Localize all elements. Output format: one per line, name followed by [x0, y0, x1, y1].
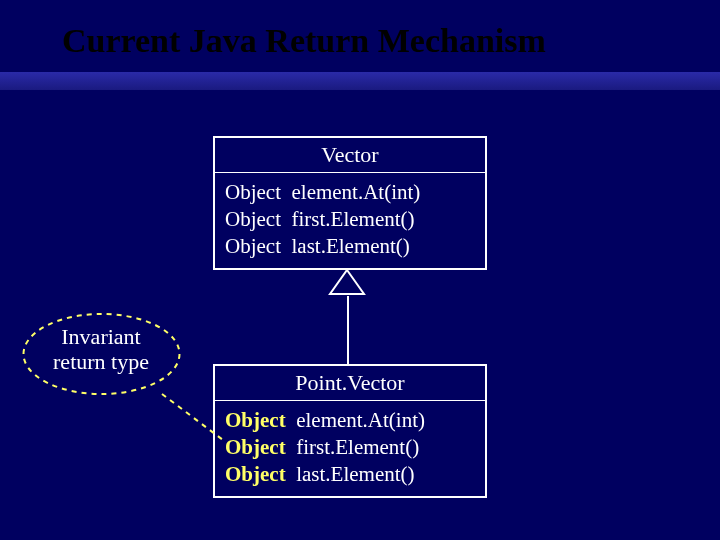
callout-leader-line-icon	[160, 392, 225, 442]
uml-method-row: Object first.Element()	[225, 434, 475, 461]
method-signature: last.Element()	[296, 462, 414, 486]
uml-class-pointvector: Point.Vector Object element.At(int) Obje…	[213, 364, 487, 498]
return-type: Object	[225, 180, 281, 204]
generalization-arrow-line	[347, 296, 349, 364]
return-type: Object	[225, 207, 281, 231]
method-signature: last.Element()	[291, 234, 409, 258]
return-type-highlighted: Object	[225, 462, 286, 486]
uml-class-pointvector-body: Object element.At(int) Object first.Elem…	[215, 401, 485, 496]
method-signature: element.At(int)	[296, 408, 425, 432]
uml-method-row: Object first.Element()	[225, 206, 475, 233]
uml-method-row: Object last.Element()	[225, 233, 475, 260]
generalization-arrow-head-icon	[328, 268, 366, 296]
return-type-highlighted: Object	[225, 408, 286, 432]
uml-class-vector: Vector Object element.At(int) Object fir…	[213, 136, 487, 270]
uml-class-vector-body: Object element.At(int) Object first.Elem…	[215, 173, 485, 268]
return-type: Object	[225, 234, 281, 258]
uml-method-row: Object element.At(int)	[225, 407, 475, 434]
callout-label: Invariant return type	[36, 324, 166, 375]
uml-method-row: Object element.At(int)	[225, 179, 475, 206]
method-signature: element.At(int)	[291, 180, 420, 204]
uml-class-vector-name: Vector	[215, 138, 485, 173]
return-type-highlighted: Object	[225, 435, 286, 459]
slide-title: Current Java Return Mechanism	[62, 22, 546, 60]
uml-class-pointvector-name: Point.Vector	[215, 366, 485, 401]
method-signature: first.Element()	[296, 435, 419, 459]
uml-method-row: Object last.Element()	[225, 461, 475, 488]
svg-marker-0	[330, 270, 364, 294]
title-underline-bar	[0, 72, 720, 90]
callout-line2: return type	[53, 349, 149, 374]
callout-line1: Invariant	[61, 324, 140, 349]
method-signature: first.Element()	[291, 207, 414, 231]
svg-line-2	[162, 394, 223, 440]
